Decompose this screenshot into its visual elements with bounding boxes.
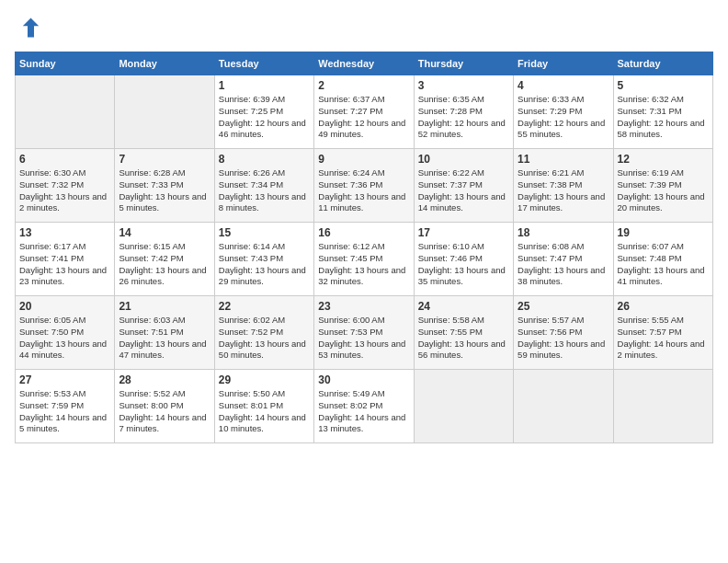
calendar-body: 1Sunrise: 6:39 AM Sunset: 7:25 PM Daylig… xyxy=(16,75,713,443)
day-number: 13 xyxy=(19,226,110,239)
day-cell: 13Sunrise: 6:17 AM Sunset: 7:41 PM Dayli… xyxy=(16,223,115,296)
day-number: 22 xyxy=(219,300,310,313)
day-cell xyxy=(613,370,712,443)
page-header xyxy=(15,15,713,40)
day-number: 2 xyxy=(318,79,409,92)
day-number: 20 xyxy=(19,300,110,313)
weekday-header-friday: Friday xyxy=(514,52,613,75)
day-info: Sunrise: 5:55 AM Sunset: 7:57 PM Dayligh… xyxy=(618,315,709,362)
logo-icon xyxy=(15,15,40,40)
svg-marker-0 xyxy=(23,18,40,38)
day-cell: 9Sunrise: 6:24 AM Sunset: 7:36 PM Daylig… xyxy=(314,149,414,223)
day-cell: 29Sunrise: 5:50 AM Sunset: 8:01 PM Dayli… xyxy=(214,370,313,443)
day-cell: 20Sunrise: 6:05 AM Sunset: 7:50 PM Dayli… xyxy=(16,296,115,370)
weekday-row: SundayMondayTuesdayWednesdayThursdayFrid… xyxy=(16,52,713,75)
day-cell: 27Sunrise: 5:53 AM Sunset: 7:59 PM Dayli… xyxy=(16,370,115,443)
day-number: 10 xyxy=(418,153,509,166)
day-cell: 25Sunrise: 5:57 AM Sunset: 7:56 PM Dayli… xyxy=(514,296,613,370)
day-info: Sunrise: 6:39 AM Sunset: 7:25 PM Dayligh… xyxy=(219,94,310,141)
day-number: 8 xyxy=(219,153,310,166)
weekday-header-sunday: Sunday xyxy=(16,52,115,75)
day-number: 15 xyxy=(219,226,310,239)
weekday-header-saturday: Saturday xyxy=(613,52,712,75)
day-cell: 19Sunrise: 6:07 AM Sunset: 7:48 PM Dayli… xyxy=(613,223,712,296)
weekday-header-wednesday: Wednesday xyxy=(314,52,414,75)
day-cell: 6Sunrise: 6:30 AM Sunset: 7:32 PM Daylig… xyxy=(16,149,115,223)
day-info: Sunrise: 6:33 AM Sunset: 7:29 PM Dayligh… xyxy=(518,94,609,141)
day-info: Sunrise: 6:03 AM Sunset: 7:51 PM Dayligh… xyxy=(119,315,210,362)
day-cell: 22Sunrise: 6:02 AM Sunset: 7:52 PM Dayli… xyxy=(214,296,313,370)
day-info: Sunrise: 6:12 AM Sunset: 7:45 PM Dayligh… xyxy=(318,241,409,288)
day-cell xyxy=(115,75,214,149)
day-number: 30 xyxy=(318,373,409,386)
day-cell: 30Sunrise: 5:49 AM Sunset: 8:02 PM Dayli… xyxy=(314,370,414,443)
day-number: 11 xyxy=(518,153,609,166)
day-number: 24 xyxy=(418,300,509,313)
day-info: Sunrise: 6:35 AM Sunset: 7:28 PM Dayligh… xyxy=(418,94,509,141)
day-cell: 14Sunrise: 6:15 AM Sunset: 7:42 PM Dayli… xyxy=(115,223,214,296)
day-number: 6 xyxy=(19,153,110,166)
day-info: Sunrise: 6:05 AM Sunset: 7:50 PM Dayligh… xyxy=(19,315,110,362)
day-cell: 23Sunrise: 6:00 AM Sunset: 7:53 PM Dayli… xyxy=(314,296,414,370)
day-cell: 7Sunrise: 6:28 AM Sunset: 7:33 PM Daylig… xyxy=(115,149,214,223)
day-number: 27 xyxy=(19,373,110,386)
day-info: Sunrise: 6:14 AM Sunset: 7:43 PM Dayligh… xyxy=(219,241,310,288)
day-cell: 1Sunrise: 6:39 AM Sunset: 7:25 PM Daylig… xyxy=(214,75,313,149)
day-number: 25 xyxy=(518,300,609,313)
day-info: Sunrise: 6:07 AM Sunset: 7:48 PM Dayligh… xyxy=(618,241,709,288)
day-cell: 12Sunrise: 6:19 AM Sunset: 7:39 PM Dayli… xyxy=(613,149,712,223)
logo xyxy=(15,15,44,40)
week-row-3: 13Sunrise: 6:17 AM Sunset: 7:41 PM Dayli… xyxy=(16,223,713,296)
calendar-table: SundayMondayTuesdayWednesdayThursdayFrid… xyxy=(15,52,713,443)
day-info: Sunrise: 6:22 AM Sunset: 7:37 PM Dayligh… xyxy=(418,167,509,214)
week-row-2: 6Sunrise: 6:30 AM Sunset: 7:32 PM Daylig… xyxy=(16,149,713,223)
day-number: 12 xyxy=(618,153,709,166)
day-cell: 24Sunrise: 5:58 AM Sunset: 7:55 PM Dayli… xyxy=(414,296,513,370)
day-info: Sunrise: 6:17 AM Sunset: 7:41 PM Dayligh… xyxy=(19,241,110,288)
day-cell: 16Sunrise: 6:12 AM Sunset: 7:45 PM Dayli… xyxy=(314,223,414,296)
day-number: 4 xyxy=(518,79,609,92)
day-cell: 5Sunrise: 6:32 AM Sunset: 7:31 PM Daylig… xyxy=(613,75,712,149)
day-number: 1 xyxy=(219,79,310,92)
day-cell: 10Sunrise: 6:22 AM Sunset: 7:37 PM Dayli… xyxy=(414,149,513,223)
day-cell xyxy=(514,370,613,443)
day-number: 29 xyxy=(219,373,310,386)
day-info: Sunrise: 6:24 AM Sunset: 7:36 PM Dayligh… xyxy=(318,167,409,214)
day-cell xyxy=(414,370,513,443)
weekday-header-thursday: Thursday xyxy=(414,52,513,75)
day-number: 23 xyxy=(318,300,409,313)
day-cell: 4Sunrise: 6:33 AM Sunset: 7:29 PM Daylig… xyxy=(514,75,613,149)
day-number: 18 xyxy=(518,226,609,239)
day-info: Sunrise: 6:15 AM Sunset: 7:42 PM Dayligh… xyxy=(119,241,210,288)
day-info: Sunrise: 6:30 AM Sunset: 7:32 PM Dayligh… xyxy=(19,167,110,214)
day-number: 21 xyxy=(119,300,210,313)
day-cell xyxy=(16,75,115,149)
weekday-header-monday: Monday xyxy=(115,52,214,75)
day-number: 16 xyxy=(318,226,409,239)
day-cell: 26Sunrise: 5:55 AM Sunset: 7:57 PM Dayli… xyxy=(613,296,712,370)
week-row-4: 20Sunrise: 6:05 AM Sunset: 7:50 PM Dayli… xyxy=(16,296,713,370)
day-cell: 18Sunrise: 6:08 AM Sunset: 7:47 PM Dayli… xyxy=(514,223,613,296)
week-row-1: 1Sunrise: 6:39 AM Sunset: 7:25 PM Daylig… xyxy=(16,75,713,149)
day-info: Sunrise: 6:32 AM Sunset: 7:31 PM Dayligh… xyxy=(618,94,709,141)
day-cell: 17Sunrise: 6:10 AM Sunset: 7:46 PM Dayli… xyxy=(414,223,513,296)
day-number: 28 xyxy=(119,373,210,386)
day-info: Sunrise: 5:50 AM Sunset: 8:01 PM Dayligh… xyxy=(219,388,310,435)
day-number: 19 xyxy=(618,226,709,239)
day-info: Sunrise: 6:19 AM Sunset: 7:39 PM Dayligh… xyxy=(618,167,709,214)
day-number: 26 xyxy=(618,300,709,313)
day-info: Sunrise: 6:37 AM Sunset: 7:27 PM Dayligh… xyxy=(318,94,409,141)
day-number: 3 xyxy=(418,79,509,92)
day-cell: 11Sunrise: 6:21 AM Sunset: 7:38 PM Dayli… xyxy=(514,149,613,223)
day-number: 17 xyxy=(418,226,509,239)
day-info: Sunrise: 6:26 AM Sunset: 7:34 PM Dayligh… xyxy=(219,167,310,214)
day-info: Sunrise: 5:57 AM Sunset: 7:56 PM Dayligh… xyxy=(518,315,609,362)
day-info: Sunrise: 6:10 AM Sunset: 7:46 PM Dayligh… xyxy=(418,241,509,288)
day-info: Sunrise: 6:28 AM Sunset: 7:33 PM Dayligh… xyxy=(119,167,210,214)
day-info: Sunrise: 5:58 AM Sunset: 7:55 PM Dayligh… xyxy=(418,315,509,362)
weekday-header-tuesday: Tuesday xyxy=(214,52,313,75)
day-number: 14 xyxy=(119,226,210,239)
day-info: Sunrise: 6:00 AM Sunset: 7:53 PM Dayligh… xyxy=(318,315,409,362)
day-info: Sunrise: 5:52 AM Sunset: 8:00 PM Dayligh… xyxy=(119,388,210,435)
day-info: Sunrise: 6:02 AM Sunset: 7:52 PM Dayligh… xyxy=(219,315,310,362)
